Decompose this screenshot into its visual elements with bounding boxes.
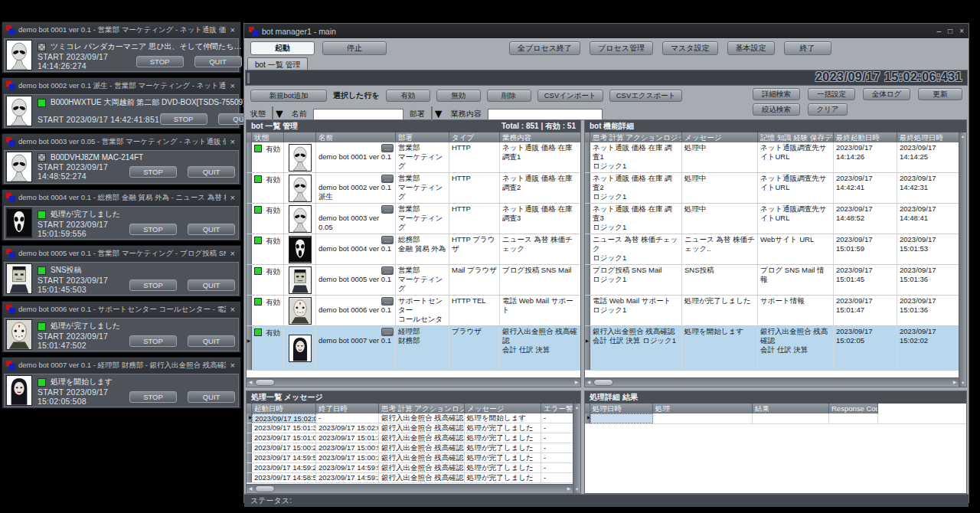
bot-list-row[interactable]: 有効 demo bot 0003 ver 0.05 … 営業部 マーケティング … [247, 204, 580, 234]
scroll-up-icon[interactable]: ▲ [959, 132, 966, 140]
more-button[interactable]: … [381, 144, 394, 152]
col-process[interactable]: 処理 [653, 404, 753, 413]
col-status[interactable]: 状態 [252, 132, 284, 142]
enable-button[interactable]: 有効 [386, 90, 430, 102]
process-detail-row[interactable] [585, 413, 966, 424]
col-logic[interactable]: 思考 計算 アクションロジック [590, 132, 682, 142]
detail-search-button[interactable]: 詳細検索 [753, 88, 800, 100]
bot-window-titlebar[interactable]: demo bot 0001 ver 0.1 - 営業部 マーケティング - ネッ… [2, 22, 240, 38]
task-filter-input[interactable] [488, 109, 603, 120]
more-button[interactable]: … [381, 236, 394, 244]
scroll-right-icon[interactable]: ▶ [565, 485, 573, 493]
stop-button[interactable]: 停止 [322, 41, 387, 55]
col-type[interactable]: タイプ [449, 132, 500, 142]
main-titlebar[interactable]: bot manager1 - main – □ × [244, 24, 969, 38]
col-last-proc[interactable]: 最終処理日時 [897, 132, 959, 142]
col-logic[interactable]: 思考 計算 アクションロジック [379, 404, 465, 413]
refresh-button[interactable]: 更新 [918, 88, 962, 100]
col-start-time[interactable]: 起動日時 [252, 404, 316, 413]
horizontal-scrollbar[interactable]: ◀ ▶ [247, 377, 580, 387]
close-icon[interactable]: × [229, 361, 237, 370]
col-task[interactable]: 業務内容 [500, 132, 580, 142]
more-button[interactable]: … [381, 175, 394, 183]
more-button[interactable]: … [381, 205, 394, 214]
more-button[interactable]: … [381, 297, 394, 306]
col-dept[interactable]: 部署 [396, 132, 449, 142]
quit-button[interactable]: QUIT [194, 56, 242, 67]
master-settings-button[interactable]: マスタ設定 [662, 41, 718, 55]
delete-button[interactable]: 削除 [487, 90, 531, 102]
scrollbar-thumb[interactable] [593, 379, 613, 386]
scrollbar-thumb[interactable] [255, 485, 275, 492]
col-name[interactable]: 名前 [316, 132, 396, 142]
bot-detail-row[interactable]: ネット通販 価格 在庫 調査1 ロジック1 処理中 ネット通販調査先サイトURL… [585, 142, 959, 173]
bot-window-titlebar[interactable]: demo bot 0006 ver 0.1 - サポートセンター コールセンター… [2, 302, 240, 317]
bot-detail-row[interactable]: ネット通販 価格 在庫 調査3 ロジック1 処理中 ネット通販調査先サイトURL… [585, 204, 959, 234]
global-log-button[interactable]: 全体ログ [863, 88, 910, 100]
stop-button[interactable]: STOP [129, 224, 177, 235]
col-memory[interactable]: 記憶 知識 経験 保存データ [758, 132, 834, 142]
quit-button[interactable]: QUIT [188, 279, 235, 291]
col-message[interactable]: メッセージ [465, 404, 541, 413]
quit-button[interactable]: QUIT [188, 391, 235, 403]
vertical-scrollbar[interactable]: ▲ ▼ [573, 404, 580, 493]
kill-all-processes-button[interactable]: 全プロセス終了 [509, 41, 580, 55]
bot-detail-row[interactable]: ネット通販 価格 在庫 調査2 ロジック1 処理中 ネット通販調査先サイトURL… [585, 173, 959, 204]
process-row[interactable]: 2023/09/17 15:02:05 - 銀行入出金照合 残高確認 会・.. … [247, 413, 573, 423]
bot-window-titlebar[interactable]: demo bot 0003 ver 0.05 - 営業部 マーケティング - ネ… [2, 134, 240, 149]
col-end-time[interactable]: 終了日時 [316, 404, 379, 413]
horizontal-scrollbar[interactable]: ◀ ▶ [585, 377, 959, 387]
more-button[interactable]: … [381, 266, 394, 275]
bot-list-row[interactable]: 有効 demo bot 0006 ver 0.1 … サポートセンター コールセ… [247, 296, 580, 326]
status-filter-select[interactable]: ▼ [272, 107, 286, 121]
scroll-left-icon[interactable]: ◀ [585, 378, 593, 387]
bot-list-row[interactable]: 有効 demo bot 0004 ver 0.1 … 総務部 金融 貿易 外為 … [247, 234, 580, 265]
tab-bot-list[interactable]: bot 一覧 管理 [247, 57, 308, 70]
quit-button[interactable]: QUIT [188, 335, 235, 347]
bot-list-row[interactable]: 有効 demo bot 0002 ver 0.1 派生 … 営業部 マーケティン… [247, 173, 580, 204]
stop-button[interactable]: STOP [129, 335, 177, 347]
scroll-left-icon[interactable]: ◀ [247, 485, 254, 493]
close-icon[interactable]: × [229, 194, 237, 202]
stop-button[interactable]: STOP [129, 391, 177, 403]
stop-button[interactable]: STOP [129, 279, 177, 291]
add-bot-button[interactable]: 新規bot追加 [250, 90, 327, 102]
dept-filter-select[interactable]: ▼ [431, 107, 445, 121]
bot-detail-row[interactable]: 電話 Web Mail サポート ロジック1 処理が完了しました サポート情報 … [585, 296, 959, 326]
start-button[interactable]: 起動 [250, 41, 315, 55]
col-message[interactable]: メッセージ [682, 132, 758, 142]
basic-settings-button[interactable]: 基本設定 [727, 41, 775, 55]
process-manage-button[interactable]: プロセス管理 [590, 41, 653, 55]
col-error[interactable]: エラー警告 [541, 404, 573, 413]
horizontal-scrollbar[interactable]: ◀ ▶ [247, 484, 573, 493]
vertical-scrollbar[interactable]: ▲ ▼ [959, 132, 966, 387]
scroll-up-icon[interactable]: ▲ [573, 404, 580, 411]
scroll-right-icon[interactable]: ▶ [951, 378, 959, 387]
csv-import-button[interactable]: CSVインポート [537, 90, 603, 102]
stop-button[interactable]: STOP [136, 56, 184, 67]
close-icon[interactable]: × [229, 306, 237, 314]
bot-window-titlebar[interactable]: demo bot 0005 ver 0.1 - 営業部 マーケティング - ブロ… [2, 246, 240, 261]
process-row[interactable]: 2023/09/17 15:01:33 2023/09/17 15:02:02 … [247, 423, 573, 433]
process-row[interactable]: 2023/09/17 14:59:57 2023/09/17 15:00:26 … [247, 453, 573, 463]
process-row[interactable]: 2023/09/17 14:58:53 2023/09/17 14:59:22 … [247, 473, 573, 483]
col-avatar[interactable] [284, 132, 316, 142]
bulk-settings-button[interactable]: 一括設定 [808, 88, 855, 100]
quit-button[interactable]: QUIT [188, 224, 235, 235]
filter-search-button[interactable]: 絞込検索 [753, 103, 800, 116]
scrollbar-thumb[interactable] [255, 379, 275, 386]
quit-button[interactable]: QUIT [188, 166, 235, 178]
bot-list-row[interactable]: 有効 demo bot 0005 ver 0.1 … 営業部 マーケティング M… [247, 265, 580, 296]
bot-window-titlebar[interactable]: demo bot 0004 ver 0.1 - 総務部 金融 貿易 外為 - ニ… [2, 190, 240, 205]
stop-button[interactable]: STOP [129, 166, 177, 178]
col-result[interactable]: 結果 [753, 404, 829, 413]
bot-list-row[interactable]: 有効 demo bot 0001 ver 0.1 … 営業部 マーケティング H… [247, 142, 580, 173]
scroll-right-icon[interactable]: ▶ [573, 378, 580, 387]
stop-button[interactable]: STOP [160, 113, 207, 125]
close-icon[interactable]: × [959, 27, 964, 35]
close-icon[interactable]: × [229, 26, 237, 34]
scroll-left-icon[interactable]: ◀ [247, 378, 254, 387]
bot-detail-row[interactable]: ニュース 為替 株価チェック ロジック1 ニュース 為替 株価チェック.. We… [585, 234, 959, 265]
csv-export-button[interactable]: CSVエクスポート [609, 90, 683, 102]
scroll-down-icon[interactable]: ▼ [959, 379, 966, 387]
